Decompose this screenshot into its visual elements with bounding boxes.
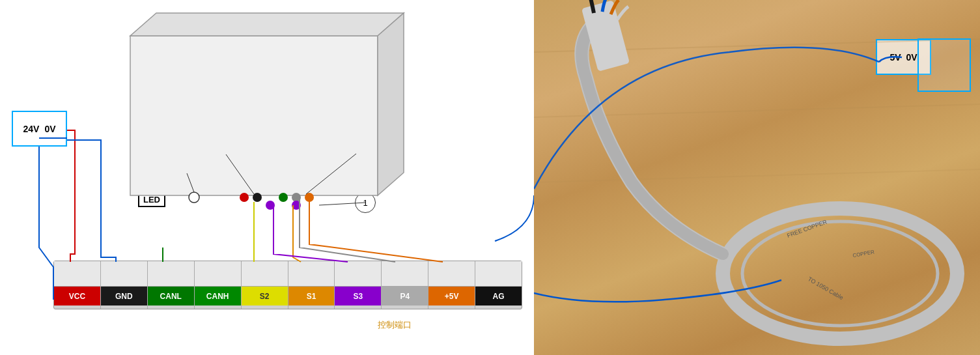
svg-text:COPPER: COPPER <box>852 249 875 259</box>
svg-point-18 <box>723 208 957 339</box>
terminal-canh: CANH <box>195 261 242 309</box>
svg-point-19 <box>742 221 938 326</box>
main-container: 24V 0V LED 12 11 2 1 VCC GND <box>0 0 980 355</box>
svg-point-7 <box>292 193 301 202</box>
terminal-canl-label: CANL <box>160 292 182 300</box>
terminal-gnd: GND <box>101 261 148 309</box>
terminal-strip: VCC GND CANL CANH <box>53 261 522 309</box>
photo-svg: FREE COPPER TO 1050 Cable COPPER <box>534 0 980 355</box>
terminal-s2: S2 <box>242 261 288 309</box>
control-port-label: 控制端口 <box>378 319 412 331</box>
terminal-p4: P4 <box>382 261 428 309</box>
terminal-canl: CANL <box>148 261 195 309</box>
terminal-s1-label: S1 <box>307 292 316 300</box>
svg-point-10 <box>292 201 301 210</box>
svg-point-4 <box>240 193 249 202</box>
svg-point-6 <box>279 193 288 202</box>
terminal-gnd-label: GND <box>115 292 133 300</box>
svg-text:TO 1050 Cable: TO 1050 Cable <box>807 276 845 301</box>
circle-1: 1 <box>355 192 376 213</box>
circle-2: 2 <box>345 143 366 164</box>
svg-marker-2 <box>378 13 404 195</box>
svg-point-8 <box>305 193 314 202</box>
voltage-box-left: 24V 0V <box>12 111 67 147</box>
photo-side: 5V 0V <box>534 0 980 355</box>
terminal-s3-label: S3 <box>354 292 363 300</box>
terminal-ag-label: AG <box>493 292 505 300</box>
terminal-s1: S1 <box>288 261 335 309</box>
svg-marker-1 <box>130 13 404 36</box>
circle-12: 12 <box>215 134 236 154</box>
voltage-left-v2: 0V <box>44 124 55 134</box>
svg-line-11 <box>226 154 254 194</box>
terminal-p4-label: P4 <box>400 292 410 300</box>
diagram-side: 24V 0V LED 12 11 2 1 VCC GND <box>0 0 534 355</box>
svg-marker-0 <box>130 36 378 195</box>
svg-point-3 <box>189 192 199 203</box>
terminal-canh-label: CANH <box>206 292 229 300</box>
terminal-5v: +5V <box>428 261 475 309</box>
terminal-5v-label: +5V <box>445 292 459 300</box>
terminal-vcc-label: VCC <box>69 292 85 300</box>
terminal-vcc: VCC <box>54 261 101 309</box>
terminal-ag: AG <box>475 261 522 309</box>
svg-rect-24 <box>918 39 970 91</box>
terminal-s2-label: S2 <box>260 292 270 300</box>
terminal-s3: S3 <box>335 261 382 309</box>
led-label: LED <box>138 192 165 207</box>
voltage-left-v1: 24V <box>23 124 39 134</box>
svg-line-17 <box>534 169 980 182</box>
circle-11: 11 <box>176 163 197 184</box>
svg-point-9 <box>266 201 275 210</box>
svg-point-5 <box>253 193 262 202</box>
